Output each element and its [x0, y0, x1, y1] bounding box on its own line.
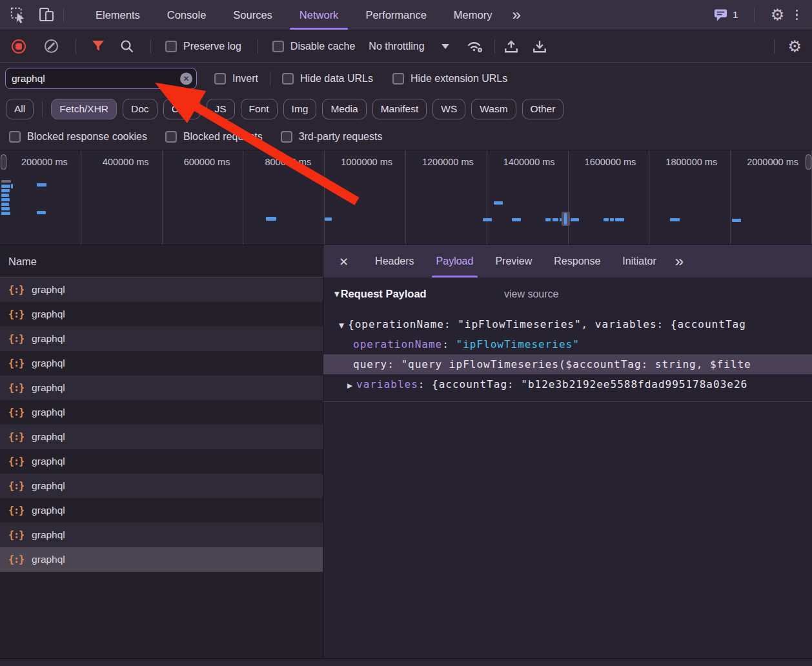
timeline-request-bar: [564, 213, 567, 225]
checkbox[interactable]: [392, 73, 404, 85]
network-settings-gear-icon[interactable]: ⚙: [787, 39, 802, 54]
hide-extension-urls-checkbox[interactable]: Hide extension URLs: [392, 73, 507, 85]
close-icon[interactable]: ✕: [334, 255, 354, 268]
table-row[interactable]: {:}graphql: [0, 302, 323, 327]
chip-other[interactable]: Other: [522, 99, 564, 119]
chip-font[interactable]: Font: [241, 99, 278, 119]
search-icon[interactable]: [120, 39, 134, 54]
filter-funnel-icon[interactable]: [92, 41, 105, 52]
timeline-request-bar: [604, 218, 609, 221]
table-row[interactable]: {:}graphql: [0, 474, 323, 498]
request-payload-section[interactable]: ▼ Request Payload: [334, 288, 427, 300]
divider: [63, 8, 64, 22]
timeline-request-bar: [1, 198, 10, 201]
chip-js[interactable]: JS: [207, 99, 235, 119]
chip-doc[interactable]: Doc: [123, 99, 157, 119]
filter-input[interactable]: [5, 68, 197, 89]
chip-fetch-xhr[interactable]: Fetch/XHR: [51, 99, 117, 119]
table-row[interactable]: {:}graphql: [0, 498, 323, 523]
detail-tab-response[interactable]: Response: [543, 245, 611, 278]
overview-handle-right[interactable]: [806, 154, 811, 170]
chip-ws[interactable]: WS: [432, 99, 465, 119]
blocked-requests-checkbox[interactable]: Blocked requests: [165, 131, 263, 143]
record-network-log-button[interactable]: [12, 39, 26, 54]
checkbox[interactable]: [214, 73, 226, 85]
payload-line[interactable]: operationName: "ipFlowTimeseries": [323, 334, 812, 354]
detail-tab-headers[interactable]: Headers: [364, 245, 425, 278]
blocked-response-cookies-checkbox[interactable]: Blocked response cookies: [9, 131, 147, 143]
settings-gear-icon[interactable]: ⚙: [767, 5, 788, 25]
chip-img[interactable]: Img: [283, 99, 317, 119]
payload-line[interactable]: ▼{operationName: "ipFlowTimeseries", var…: [323, 314, 812, 334]
detail-tab-preview[interactable]: Preview: [484, 245, 543, 278]
table-row[interactable]: {:}graphql: [0, 523, 323, 547]
table-row[interactable]: {:}graphql: [0, 449, 323, 474]
timeline-overview[interactable]: 200000 ms400000 ms600000 ms800000 ms1000…: [0, 150, 812, 245]
chip-manifest[interactable]: Manifest: [372, 99, 427, 119]
table-row[interactable]: {:}graphql: [0, 376, 323, 400]
export-har-icon[interactable]: [532, 39, 547, 54]
throttling-dropdown[interactable]: No throttling: [369, 41, 449, 52]
timeline-request-bar: [325, 217, 332, 221]
clear-filter-icon[interactable]: ✕: [180, 72, 192, 85]
tab-memory[interactable]: Memory: [440, 0, 506, 30]
detail-tab-payload[interactable]: Payload: [425, 245, 485, 278]
name-column-header[interactable]: Name: [0, 245, 323, 278]
triangle-right-icon[interactable]: ▶: [347, 376, 352, 394]
payload-line[interactable]: query: "query ipFlowTimeseries($accountT…: [323, 354, 812, 374]
tab-console[interactable]: Console: [154, 0, 220, 30]
timeline-tick-label: 1400000 ms: [503, 157, 568, 167]
network-conditions-icon[interactable]: [466, 39, 484, 54]
network-main: Name {:}graphql{:}graphql{:}graphql{:}gr…: [0, 245, 812, 658]
issues-counter[interactable]: 1: [713, 8, 738, 22]
chip-wasm[interactable]: Wasm: [471, 99, 516, 119]
status-strip: [0, 658, 812, 666]
device-toolbar-icon[interactable]: [36, 5, 57, 25]
payload-key: variables: [356, 378, 418, 390]
invert-checkbox[interactable]: Invert: [214, 73, 258, 85]
chip-all[interactable]: All: [6, 99, 34, 119]
triangle-down-icon[interactable]: ▼: [339, 316, 344, 334]
overview-handle-left[interactable]: [1, 154, 6, 170]
table-row[interactable]: {:}graphql: [0, 400, 323, 425]
timeline-request-bar: [1, 212, 10, 215]
table-row[interactable]: {:}graphql: [0, 278, 323, 302]
chip-css[interactable]: CSS: [163, 99, 201, 119]
timeline-tick-label: 1800000 ms: [665, 157, 730, 167]
view-source-link[interactable]: view source: [504, 288, 558, 300]
hide-data-urls-checkbox[interactable]: Hide data URLs: [282, 73, 373, 85]
checkbox[interactable]: [165, 41, 177, 52]
checkbox[interactable]: [282, 73, 294, 85]
table-row[interactable]: {:}graphql: [0, 327, 323, 351]
topbar-right: 1 ⚙: [713, 5, 812, 25]
chip-media[interactable]: Media: [322, 99, 366, 119]
table-row[interactable]: {:}graphql: [0, 351, 323, 376]
disable-cache-checkbox[interactable]: Disable cache: [272, 41, 356, 52]
hide-extension-urls-label: Hide extension URLs: [411, 73, 507, 85]
tab-elements[interactable]: Elements: [82, 0, 154, 30]
3rd-party-requests-checkbox[interactable]: 3rd-party requests: [281, 131, 383, 143]
checkbox[interactable]: [272, 41, 284, 52]
table-row[interactable]: {:}graphql: [0, 547, 323, 572]
clear-network-log-icon[interactable]: [45, 39, 58, 53]
checkbox[interactable]: [281, 131, 292, 143]
detail-tab-initiator[interactable]: Initiator: [611, 245, 667, 278]
json-braces-icon: {:}: [8, 333, 24, 345]
tab-sources[interactable]: Sources: [219, 0, 286, 30]
checkbox[interactable]: [9, 131, 21, 143]
payload-line[interactable]: ▶variables: {accountTag: "b12e3b2192ee55…: [323, 374, 812, 394]
kebab-menu-icon[interactable]: [788, 10, 806, 21]
checkbox[interactable]: [165, 131, 177, 143]
import-har-icon[interactable]: [503, 39, 519, 54]
divider: [150, 39, 151, 54]
tab-performance[interactable]: Performance: [352, 0, 440, 30]
payload-string-value: "ipFlowTimeseries": [456, 338, 580, 350]
inspect-element-icon[interactable]: [8, 5, 28, 25]
json-braces-icon: {:}: [8, 505, 24, 516]
more-detail-tabs-icon[interactable]: »: [670, 252, 689, 270]
preserve-log-checkbox[interactable]: Preserve log: [165, 41, 241, 52]
tab-network[interactable]: Network: [286, 0, 352, 30]
table-row[interactable]: {:}graphql: [0, 425, 323, 449]
timeline-request-bar: [11, 184, 13, 188]
more-panels-icon[interactable]: »: [505, 1, 527, 29]
